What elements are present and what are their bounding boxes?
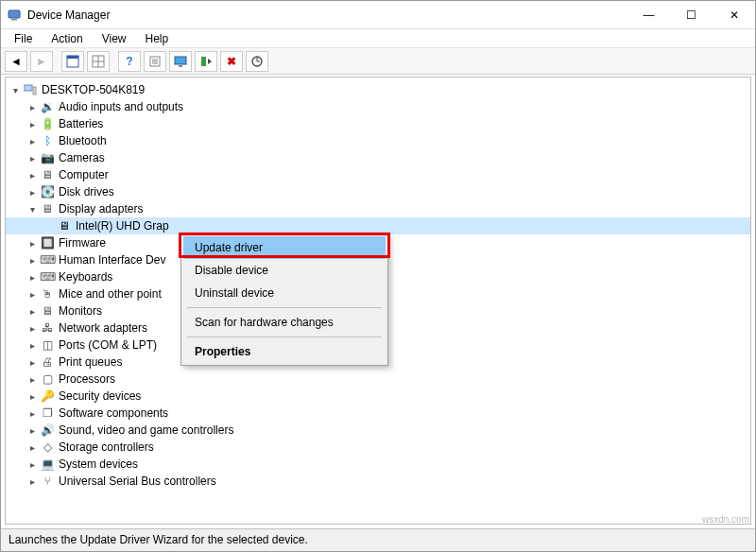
- tree-category[interactable]: ▸📷Cameras: [6, 149, 750, 166]
- tree-label: Intel(R) UHD Grap: [76, 219, 169, 233]
- context-menu-item[interactable]: Properties: [183, 340, 386, 363]
- tree-category[interactable]: ▸⑂Universal Serial Bus controllers: [6, 473, 750, 490]
- tree-category[interactable]: ▸▢Processors: [6, 371, 750, 388]
- tree-root[interactable]: ▾DESKTOP-504K819: [6, 81, 750, 98]
- status-bar: Launches the Update Driver Wizard for th…: [1, 528, 755, 551]
- tree-label: System devices: [59, 457, 138, 471]
- category-icon: 🖥: [40, 303, 55, 319]
- expand-icon[interactable]: ▸: [26, 441, 38, 453]
- menu-help[interactable]: Help: [136, 30, 179, 47]
- expand-icon[interactable]: ▸: [26, 305, 38, 317]
- toolbar-update-button[interactable]: [246, 51, 268, 72]
- expand-icon[interactable]: ▸: [26, 135, 38, 147]
- expand-icon[interactable]: ▸: [26, 390, 38, 402]
- expand-icon[interactable]: ▸: [26, 288, 38, 300]
- svg-rect-1: [11, 19, 17, 21]
- expand-icon[interactable]: ▸: [26, 373, 38, 385]
- expand-icon[interactable]: ▸: [26, 237, 38, 249]
- context-menu: Update driverDisable deviceUninstall dev…: [180, 233, 388, 366]
- category-icon: ▢: [40, 371, 55, 387]
- toolbar-remove-button[interactable]: ✖: [220, 51, 243, 72]
- tree-label: Software components: [59, 406, 168, 420]
- app-icon: [7, 8, 22, 23]
- toolbar-forward-button[interactable]: ►: [30, 51, 53, 72]
- menu-action[interactable]: Action: [42, 30, 92, 47]
- tree-label: Firmware: [59, 236, 106, 250]
- toolbar-back-button[interactable]: ◄: [5, 51, 27, 72]
- tree-category[interactable]: ▾🖥Display adapters: [6, 200, 750, 217]
- toolbar-properties-button[interactable]: [144, 51, 166, 72]
- toolbar: ◄ ► ? ✖: [1, 48, 755, 75]
- expand-icon[interactable]: ▸: [26, 407, 38, 419]
- tree-category[interactable]: ▸🔉Audio inputs and outputs: [6, 98, 750, 115]
- tree-device[interactable]: 🖥Intel(R) UHD Grap: [6, 217, 750, 234]
- x-icon: ✖: [227, 55, 236, 68]
- menu-file[interactable]: File: [5, 30, 42, 47]
- menu-view[interactable]: View: [93, 30, 136, 47]
- category-icon: 🔋: [40, 116, 55, 131]
- svg-rect-16: [33, 87, 36, 95]
- computer-icon: [23, 82, 38, 97]
- tree-label: Security devices: [59, 389, 141, 403]
- tree-label: Audio inputs and outputs: [59, 100, 183, 113]
- svg-rect-0: [9, 10, 20, 18]
- toolbar-scan-button[interactable]: [195, 51, 217, 72]
- category-icon: 🖱: [40, 286, 55, 302]
- toolbar-help-button[interactable]: ?: [118, 51, 141, 72]
- tree-category[interactable]: ▸💻System devices: [6, 456, 750, 473]
- expand-icon[interactable]: ▸: [26, 101, 38, 112]
- tree-label: Network adapters: [59, 321, 147, 335]
- tree-label: Computer: [59, 168, 109, 181]
- tree-category[interactable]: ▸🔑Security devices: [6, 388, 750, 405]
- category-icon: 🖧: [40, 320, 55, 336]
- tree-label: Cameras: [59, 151, 105, 164]
- category-icon: ᛒ: [40, 133, 55, 148]
- category-icon: 💽: [40, 184, 55, 199]
- expand-icon[interactable]: ▸: [26, 271, 38, 283]
- close-button[interactable]: ✕: [713, 1, 755, 28]
- context-menu-item[interactable]: Scan for hardware changes: [183, 311, 386, 334]
- expand-icon[interactable]: ▸: [26, 169, 38, 181]
- expand-icon[interactable]: ▾: [26, 203, 38, 215]
- context-menu-item[interactable]: Uninstall device: [183, 282, 386, 304]
- svg-rect-13: [201, 57, 206, 66]
- tree-category[interactable]: ▸❐Software components: [6, 405, 750, 422]
- expand-icon[interactable]: ▸: [26, 339, 38, 351]
- tree-category[interactable]: ▸ᛒBluetooth: [6, 132, 750, 149]
- minimize-button[interactable]: —: [627, 1, 670, 28]
- expand-icon[interactable]: ▸: [26, 458, 38, 470]
- expand-icon[interactable]: ▸: [26, 322, 38, 334]
- tree-label: DESKTOP-504K819: [42, 83, 145, 96]
- tree-category[interactable]: ▸🔊Sound, video and game controllers: [6, 422, 750, 439]
- toolbar-frame-button[interactable]: [87, 51, 110, 72]
- toolbar-show-hidden-button[interactable]: [61, 51, 84, 72]
- expand-icon[interactable]: ▸: [26, 254, 38, 266]
- expand-icon[interactable]: ▸: [26, 186, 38, 198]
- tree-label: Processors: [59, 372, 115, 386]
- window-title: Device Manager: [27, 9, 110, 22]
- category-icon: ◫: [40, 337, 55, 353]
- expand-icon[interactable]: ▸: [26, 424, 38, 436]
- toolbar-monitor-button[interactable]: [169, 51, 192, 72]
- svg-rect-3: [67, 56, 78, 59]
- expand-icon[interactable]: ▸: [26, 118, 38, 129]
- expand-icon: [43, 220, 55, 232]
- category-icon: 🔑: [40, 388, 55, 404]
- tree-category[interactable]: ▸🖥Computer: [6, 166, 750, 183]
- tree-label: Storage controllers: [59, 440, 154, 454]
- category-icon: ◇: [40, 440, 55, 455]
- context-menu-item[interactable]: Disable device: [183, 259, 386, 282]
- tree-category[interactable]: ▸◇Storage controllers: [6, 439, 750, 456]
- expand-icon[interactable]: ▸: [26, 356, 38, 368]
- tree-label: Disk drives: [59, 185, 114, 198]
- svg-rect-11: [175, 57, 186, 64]
- tree-category[interactable]: ▸💽Disk drives: [6, 183, 750, 200]
- expand-icon[interactable]: ▾: [9, 84, 21, 95]
- display-icon: 🖥: [57, 218, 72, 233]
- context-menu-item[interactable]: Update driver: [183, 236, 386, 259]
- tree-category[interactable]: ▸🔋Batteries: [6, 115, 750, 132]
- expand-icon[interactable]: ▸: [26, 475, 38, 487]
- arrow-right-icon: ►: [36, 55, 47, 68]
- expand-icon[interactable]: ▸: [26, 152, 38, 164]
- maximize-button[interactable]: ☐: [670, 1, 713, 28]
